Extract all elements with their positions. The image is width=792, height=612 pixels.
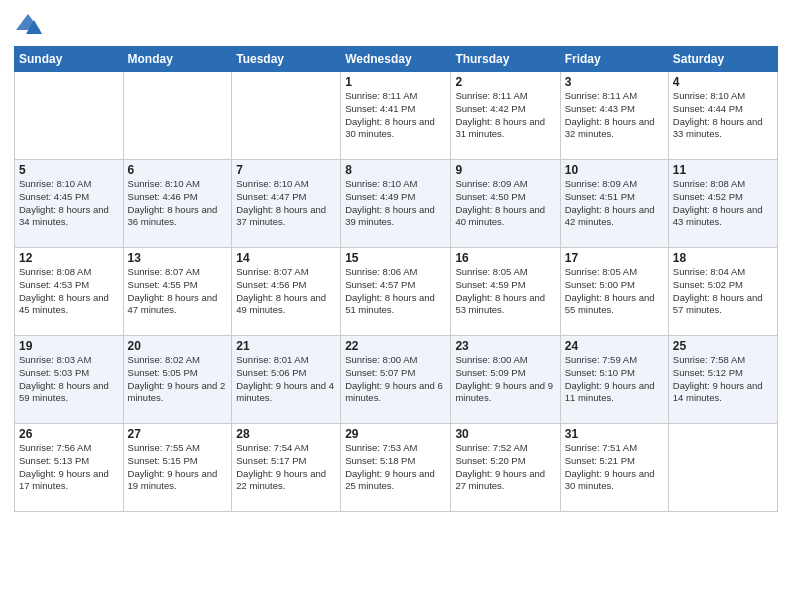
day-number: 20 <box>128 339 228 353</box>
calendar-cell: 9Sunrise: 8:09 AM Sunset: 4:50 PM Daylig… <box>451 160 560 248</box>
calendar-cell: 17Sunrise: 8:05 AM Sunset: 5:00 PM Dayli… <box>560 248 668 336</box>
day-number: 15 <box>345 251 446 265</box>
day-info: Sunrise: 7:58 AM Sunset: 5:12 PM Dayligh… <box>673 354 773 405</box>
day-info: Sunrise: 8:01 AM Sunset: 5:06 PM Dayligh… <box>236 354 336 405</box>
calendar-cell: 1Sunrise: 8:11 AM Sunset: 4:41 PM Daylig… <box>341 72 451 160</box>
calendar-cell: 3Sunrise: 8:11 AM Sunset: 4:43 PM Daylig… <box>560 72 668 160</box>
logo-icon <box>14 10 42 38</box>
calendar-cell: 14Sunrise: 8:07 AM Sunset: 4:56 PM Dayli… <box>232 248 341 336</box>
day-info: Sunrise: 7:53 AM Sunset: 5:18 PM Dayligh… <box>345 442 446 493</box>
day-number: 14 <box>236 251 336 265</box>
day-info: Sunrise: 8:10 AM Sunset: 4:47 PM Dayligh… <box>236 178 336 229</box>
calendar-cell: 30Sunrise: 7:52 AM Sunset: 5:20 PM Dayli… <box>451 424 560 512</box>
day-number: 1 <box>345 75 446 89</box>
day-info: Sunrise: 8:05 AM Sunset: 5:00 PM Dayligh… <box>565 266 664 317</box>
calendar-cell: 21Sunrise: 8:01 AM Sunset: 5:06 PM Dayli… <box>232 336 341 424</box>
col-header-thursday: Thursday <box>451 47 560 72</box>
calendar-cell <box>123 72 232 160</box>
col-header-tuesday: Tuesday <box>232 47 341 72</box>
day-info: Sunrise: 8:08 AM Sunset: 4:52 PM Dayligh… <box>673 178 773 229</box>
calendar-cell: 12Sunrise: 8:08 AM Sunset: 4:53 PM Dayli… <box>15 248 124 336</box>
calendar-cell: 22Sunrise: 8:00 AM Sunset: 5:07 PM Dayli… <box>341 336 451 424</box>
day-info: Sunrise: 8:00 AM Sunset: 5:07 PM Dayligh… <box>345 354 446 405</box>
day-number: 19 <box>19 339 119 353</box>
day-info: Sunrise: 7:55 AM Sunset: 5:15 PM Dayligh… <box>128 442 228 493</box>
day-info: Sunrise: 7:54 AM Sunset: 5:17 PM Dayligh… <box>236 442 336 493</box>
calendar-cell: 26Sunrise: 7:56 AM Sunset: 5:13 PM Dayli… <box>15 424 124 512</box>
day-number: 22 <box>345 339 446 353</box>
calendar-table: SundayMondayTuesdayWednesdayThursdayFrid… <box>14 46 778 512</box>
day-number: 28 <box>236 427 336 441</box>
day-info: Sunrise: 8:11 AM Sunset: 4:42 PM Dayligh… <box>455 90 555 141</box>
day-info: Sunrise: 8:10 AM Sunset: 4:44 PM Dayligh… <box>673 90 773 141</box>
day-info: Sunrise: 8:11 AM Sunset: 4:43 PM Dayligh… <box>565 90 664 141</box>
calendar-cell: 20Sunrise: 8:02 AM Sunset: 5:05 PM Dayli… <box>123 336 232 424</box>
day-number: 18 <box>673 251 773 265</box>
calendar-week-row: 19Sunrise: 8:03 AM Sunset: 5:03 PM Dayli… <box>15 336 778 424</box>
day-number: 23 <box>455 339 555 353</box>
day-number: 27 <box>128 427 228 441</box>
day-info: Sunrise: 7:56 AM Sunset: 5:13 PM Dayligh… <box>19 442 119 493</box>
calendar-cell <box>668 424 777 512</box>
day-info: Sunrise: 8:08 AM Sunset: 4:53 PM Dayligh… <box>19 266 119 317</box>
calendar-cell: 29Sunrise: 7:53 AM Sunset: 5:18 PM Dayli… <box>341 424 451 512</box>
day-info: Sunrise: 8:04 AM Sunset: 5:02 PM Dayligh… <box>673 266 773 317</box>
calendar-cell: 18Sunrise: 8:04 AM Sunset: 5:02 PM Dayli… <box>668 248 777 336</box>
calendar-week-row: 26Sunrise: 7:56 AM Sunset: 5:13 PM Dayli… <box>15 424 778 512</box>
header <box>14 10 778 38</box>
calendar-cell: 15Sunrise: 8:06 AM Sunset: 4:57 PM Dayli… <box>341 248 451 336</box>
calendar-cell: 8Sunrise: 8:10 AM Sunset: 4:49 PM Daylig… <box>341 160 451 248</box>
day-info: Sunrise: 8:10 AM Sunset: 4:45 PM Dayligh… <box>19 178 119 229</box>
day-number: 9 <box>455 163 555 177</box>
day-number: 31 <box>565 427 664 441</box>
calendar-cell: 27Sunrise: 7:55 AM Sunset: 5:15 PM Dayli… <box>123 424 232 512</box>
calendar-cell: 4Sunrise: 8:10 AM Sunset: 4:44 PM Daylig… <box>668 72 777 160</box>
calendar-cell: 7Sunrise: 8:10 AM Sunset: 4:47 PM Daylig… <box>232 160 341 248</box>
page: SundayMondayTuesdayWednesdayThursdayFrid… <box>0 0 792 612</box>
calendar-cell: 10Sunrise: 8:09 AM Sunset: 4:51 PM Dayli… <box>560 160 668 248</box>
day-info: Sunrise: 8:00 AM Sunset: 5:09 PM Dayligh… <box>455 354 555 405</box>
calendar-cell: 2Sunrise: 8:11 AM Sunset: 4:42 PM Daylig… <box>451 72 560 160</box>
calendar-cell: 5Sunrise: 8:10 AM Sunset: 4:45 PM Daylig… <box>15 160 124 248</box>
col-header-wednesday: Wednesday <box>341 47 451 72</box>
calendar-cell: 6Sunrise: 8:10 AM Sunset: 4:46 PM Daylig… <box>123 160 232 248</box>
day-info: Sunrise: 8:09 AM Sunset: 4:51 PM Dayligh… <box>565 178 664 229</box>
day-info: Sunrise: 8:06 AM Sunset: 4:57 PM Dayligh… <box>345 266 446 317</box>
calendar-cell: 28Sunrise: 7:54 AM Sunset: 5:17 PM Dayli… <box>232 424 341 512</box>
day-info: Sunrise: 8:03 AM Sunset: 5:03 PM Dayligh… <box>19 354 119 405</box>
calendar-cell: 13Sunrise: 8:07 AM Sunset: 4:55 PM Dayli… <box>123 248 232 336</box>
day-number: 29 <box>345 427 446 441</box>
day-info: Sunrise: 8:10 AM Sunset: 4:46 PM Dayligh… <box>128 178 228 229</box>
calendar-cell: 19Sunrise: 8:03 AM Sunset: 5:03 PM Dayli… <box>15 336 124 424</box>
col-header-sunday: Sunday <box>15 47 124 72</box>
day-number: 30 <box>455 427 555 441</box>
day-info: Sunrise: 8:11 AM Sunset: 4:41 PM Dayligh… <box>345 90 446 141</box>
day-number: 4 <box>673 75 773 89</box>
calendar-header-row: SundayMondayTuesdayWednesdayThursdayFrid… <box>15 47 778 72</box>
day-number: 3 <box>565 75 664 89</box>
day-info: Sunrise: 8:02 AM Sunset: 5:05 PM Dayligh… <box>128 354 228 405</box>
calendar-cell: 25Sunrise: 7:58 AM Sunset: 5:12 PM Dayli… <box>668 336 777 424</box>
calendar-week-row: 1Sunrise: 8:11 AM Sunset: 4:41 PM Daylig… <box>15 72 778 160</box>
calendar-cell: 16Sunrise: 8:05 AM Sunset: 4:59 PM Dayli… <box>451 248 560 336</box>
day-info: Sunrise: 7:59 AM Sunset: 5:10 PM Dayligh… <box>565 354 664 405</box>
day-number: 12 <box>19 251 119 265</box>
day-number: 26 <box>19 427 119 441</box>
day-number: 7 <box>236 163 336 177</box>
day-number: 16 <box>455 251 555 265</box>
day-info: Sunrise: 8:07 AM Sunset: 4:56 PM Dayligh… <box>236 266 336 317</box>
day-number: 2 <box>455 75 555 89</box>
day-number: 21 <box>236 339 336 353</box>
day-number: 17 <box>565 251 664 265</box>
day-info: Sunrise: 8:09 AM Sunset: 4:50 PM Dayligh… <box>455 178 555 229</box>
calendar-week-row: 5Sunrise: 8:10 AM Sunset: 4:45 PM Daylig… <box>15 160 778 248</box>
day-info: Sunrise: 8:07 AM Sunset: 4:55 PM Dayligh… <box>128 266 228 317</box>
day-number: 25 <box>673 339 773 353</box>
day-info: Sunrise: 7:52 AM Sunset: 5:20 PM Dayligh… <box>455 442 555 493</box>
day-info: Sunrise: 7:51 AM Sunset: 5:21 PM Dayligh… <box>565 442 664 493</box>
day-number: 5 <box>19 163 119 177</box>
logo <box>14 10 46 38</box>
col-header-friday: Friday <box>560 47 668 72</box>
col-header-saturday: Saturday <box>668 47 777 72</box>
day-number: 6 <box>128 163 228 177</box>
